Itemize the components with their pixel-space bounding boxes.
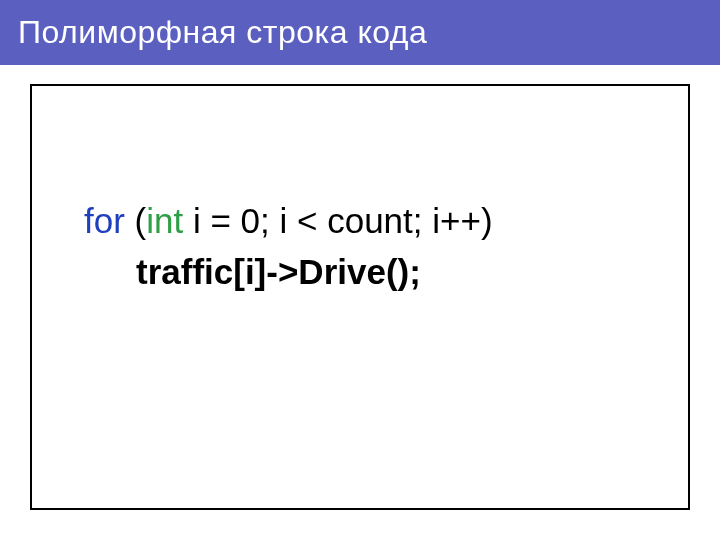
- title-text: Полиморфная строка кода: [18, 14, 427, 50]
- keyword-for: for: [84, 201, 125, 240]
- keyword-int: int: [146, 201, 183, 240]
- code-paren-open: (: [125, 201, 146, 240]
- slide-inner: Полиморфная строка кода for (int i = 0; …: [0, 0, 720, 540]
- code-line-2: traffic[i]->Drive();: [84, 247, 648, 298]
- code-line2-text: traffic[i]->Drive();: [136, 252, 421, 291]
- code-line1-rest: i = 0; i < count; i++): [183, 201, 492, 240]
- code-block: for (int i = 0; i < count; i++) traffic[…: [84, 196, 648, 298]
- slide-title: Полиморфная строка кода: [0, 0, 720, 65]
- slide: Полиморфная строка кода for (int i = 0; …: [0, 0, 720, 540]
- content-area: for (int i = 0; i < count; i++) traffic[…: [30, 84, 690, 510]
- code-line-1: for (int i = 0; i < count; i++): [84, 196, 648, 247]
